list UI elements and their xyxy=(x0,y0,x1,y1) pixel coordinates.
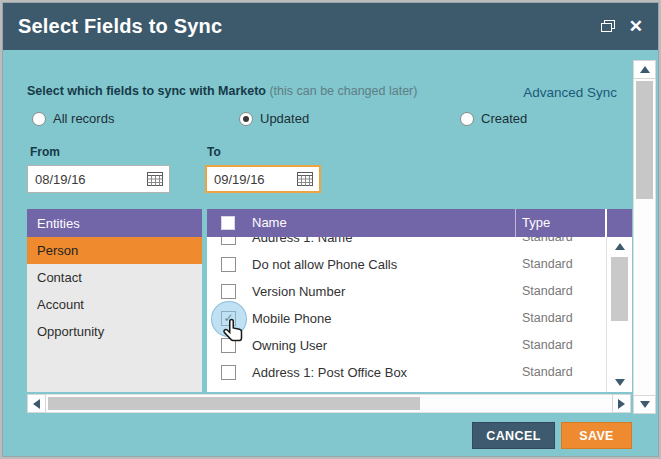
scrollbar-track[interactable] xyxy=(46,394,612,413)
entity-item-person[interactable]: Person xyxy=(27,237,202,264)
scroll-left-icon xyxy=(33,399,40,409)
select-all-checkbox[interactable] xyxy=(221,216,235,230)
column-divider xyxy=(605,209,607,237)
entity-item-contact[interactable]: Contact xyxy=(27,264,202,291)
dialog-title: Select Fields to Sync xyxy=(18,15,222,38)
table-row: Address 1: Post Office BoxStandard xyxy=(207,359,606,386)
from-date-field xyxy=(27,165,170,193)
field-name: Mobile Phone xyxy=(252,305,332,332)
field-type: Standard xyxy=(522,251,573,278)
entity-item-account[interactable]: Account xyxy=(27,291,202,318)
instructions-note: (this can be changed later) xyxy=(266,84,417,98)
entities-header: Entities xyxy=(27,209,202,237)
name-column-header: Name xyxy=(252,209,287,237)
cancel-button[interactable]: CANCEL xyxy=(472,422,555,449)
scroll-up-icon[interactable] xyxy=(615,243,625,250)
to-date-field xyxy=(205,165,321,193)
all-records-radio[interactable] xyxy=(32,112,46,126)
field-type: Standard xyxy=(522,278,573,305)
row-checkbox[interactable] xyxy=(221,257,236,272)
scrollbar-track[interactable] xyxy=(633,79,656,395)
created-radio[interactable] xyxy=(460,112,474,126)
table-row: ✓Mobile PhoneStandard xyxy=(207,305,606,332)
entity-item-opportunity[interactable]: Opportunity xyxy=(27,318,202,345)
advanced-sync-link[interactable]: Advanced Sync xyxy=(523,85,617,100)
row-checkbox[interactable] xyxy=(221,365,236,380)
radio-option-all-records: All records xyxy=(32,111,114,126)
field-type: Standard xyxy=(522,359,573,386)
entities-list: PersonContactAccountOpportunity xyxy=(27,237,202,345)
instructions-lead: Select which fields to sync with Marketo xyxy=(27,84,266,98)
dialog-titlebar: Select Fields to Sync ✕ xyxy=(3,3,658,50)
field-name: Address 1: Post Office Box xyxy=(252,359,407,386)
table-row: Version NumberStandard xyxy=(207,278,606,305)
updated-label: Updated xyxy=(260,111,309,126)
scroll-up-icon xyxy=(640,66,650,73)
table-row: Address 1: NameStandard xyxy=(207,237,606,251)
scroll-down-icon[interactable] xyxy=(615,379,625,386)
updated-radio[interactable] xyxy=(239,112,253,126)
created-label: Created xyxy=(481,111,527,126)
scrollbar-thumb[interactable] xyxy=(48,397,420,410)
field-name: Version Number xyxy=(252,278,345,305)
from-date-input[interactable] xyxy=(28,172,147,187)
scrollbar-thumb[interactable] xyxy=(636,81,653,199)
horizontal-scrollbar[interactable] xyxy=(27,394,631,413)
record-filter-options: All records Updated Created xyxy=(32,111,619,129)
to-label: To xyxy=(207,145,221,159)
dialog-vertical-scrollbar[interactable] xyxy=(633,60,656,414)
to-date-input[interactable] xyxy=(207,172,297,187)
fields-table: Name Type Address 1: NameStandardDo not … xyxy=(207,209,632,392)
field-type: Standard xyxy=(522,305,573,332)
instructions-text: Select which fields to sync with Marketo… xyxy=(27,84,527,98)
scroll-right-icon xyxy=(618,399,625,409)
row-checkbox[interactable] xyxy=(221,338,236,353)
fields-table-body: Address 1: NameStandardDo not allow Phon… xyxy=(207,237,606,392)
field-name: Do not allow Phone Calls xyxy=(252,251,397,278)
field-type: Standard xyxy=(522,332,573,359)
scroll-right-button[interactable] xyxy=(612,394,631,413)
fields-table-header: Name Type xyxy=(207,209,632,237)
radio-option-created: Created xyxy=(460,111,527,126)
select-fields-to-sync-dialog: Select Fields to Sync ✕ Select which fie… xyxy=(0,0,661,459)
table-row: Do not allow Phone CallsStandard xyxy=(207,251,606,278)
table-vertical-scrollbar[interactable] xyxy=(606,237,632,392)
row-checkbox[interactable]: ✓ xyxy=(221,311,236,326)
field-type: Standard xyxy=(522,237,573,251)
scroll-down-button[interactable] xyxy=(633,395,656,414)
close-icon[interactable]: ✕ xyxy=(629,18,643,35)
restore-window-icon[interactable] xyxy=(601,20,615,33)
scrollbar-thumb[interactable] xyxy=(611,257,628,321)
radio-option-updated: Updated xyxy=(239,111,309,126)
entities-panel: Entities PersonContactAccountOpportunity xyxy=(27,209,202,392)
save-button[interactable]: SAVE xyxy=(561,422,632,449)
column-divider xyxy=(515,209,516,237)
field-name: Owning User xyxy=(252,332,327,359)
scroll-up-button[interactable] xyxy=(633,60,656,79)
field-name: Address 1: Name xyxy=(252,237,352,251)
all-records-label: All records xyxy=(53,111,114,126)
from-label: From xyxy=(30,145,60,159)
row-checkbox[interactable] xyxy=(221,284,236,299)
calendar-icon[interactable] xyxy=(297,171,314,187)
calendar-icon[interactable] xyxy=(147,171,164,187)
row-checkbox[interactable] xyxy=(221,237,236,245)
scroll-left-button[interactable] xyxy=(27,394,46,413)
table-row: Owning UserStandard xyxy=(207,332,606,359)
scroll-down-icon xyxy=(640,401,650,408)
type-column-header: Type xyxy=(522,209,550,237)
